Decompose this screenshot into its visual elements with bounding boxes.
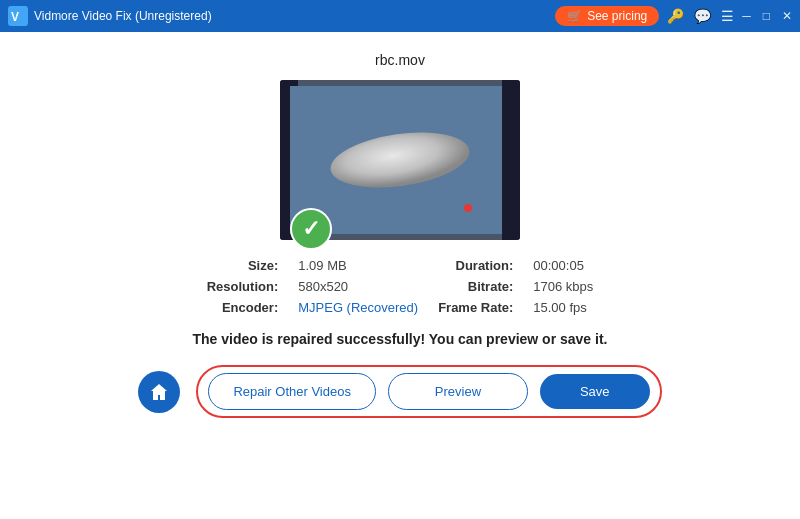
encoder-value: MJPEG (Recovered) [298, 300, 418, 315]
home-icon [149, 382, 169, 402]
svg-point-2 [327, 125, 473, 195]
pricing-button[interactable]: 🛒 See pricing [555, 6, 659, 26]
app-title: Vidmore Video Fix (Unregistered) [34, 9, 555, 23]
key-icon[interactable]: 🔑 [667, 8, 684, 24]
minimize-button[interactable]: ─ [742, 9, 751, 23]
video-info-table: Size: 1.09 MB Duration: 00:00:05 Resolut… [207, 258, 594, 315]
action-area: Repair Other Videos Preview Save [138, 365, 661, 418]
resolution-value: 580x520 [298, 279, 418, 294]
window-controls: ─ □ ✕ [742, 9, 792, 23]
framerate-value: 15.00 fps [533, 300, 593, 315]
video-filename: rbc.mov [375, 52, 425, 68]
menu-icon[interactable]: ☰ [721, 8, 734, 24]
framerate-label: Frame Rate: [438, 300, 513, 315]
app-logo: V [8, 6, 28, 26]
bitrate-label: Bitrate: [438, 279, 513, 294]
side-panel-right [502, 80, 520, 240]
main-content: rbc.mov ✓ [0, 32, 800, 519]
home-button[interactable] [138, 371, 180, 413]
chat-icon[interactable]: 💬 [694, 8, 711, 24]
maximize-button[interactable]: □ [763, 9, 770, 23]
size-label: Size: [207, 258, 279, 273]
repair-other-button[interactable]: Repair Other Videos [208, 373, 376, 410]
success-badge: ✓ [290, 208, 332, 250]
resolution-label: Resolution: [207, 279, 279, 294]
bitrate-value: 1706 kbps [533, 279, 593, 294]
cursor-marker [464, 204, 472, 212]
preview-button[interactable]: Preview [388, 373, 528, 410]
video-object-shape [320, 125, 480, 195]
success-message: The video is repaired successfully! You … [193, 331, 608, 347]
close-button[interactable]: ✕ [782, 9, 792, 23]
encoder-label: Encoder: [207, 300, 279, 315]
save-button[interactable]: Save [540, 374, 650, 409]
action-buttons-box: Repair Other Videos Preview Save [196, 365, 661, 418]
cart-icon: 🛒 [567, 9, 582, 23]
size-value: 1.09 MB [298, 258, 418, 273]
video-thumbnail-wrapper: ✓ [280, 80, 520, 240]
svg-text:V: V [11, 10, 19, 24]
toolbar-icons: 🔑 💬 ☰ [667, 8, 734, 24]
title-bar: V Vidmore Video Fix (Unregistered) 🛒 See… [0, 0, 800, 32]
pricing-label: See pricing [587, 9, 647, 23]
duration-value: 00:00:05 [533, 258, 593, 273]
duration-label: Duration: [438, 258, 513, 273]
